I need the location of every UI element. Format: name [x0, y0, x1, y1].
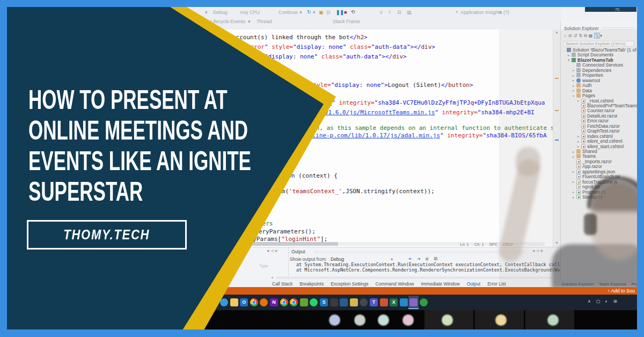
chrome-profile-2-icon	[280, 298, 288, 306]
clear-all-icon[interactable]: ⇤	[409, 256, 413, 261]
stack-frame-dropdown[interactable]: Stack Frame	[333, 19, 360, 24]
output-pane-title: Output	[291, 249, 305, 254]
taskbar-item-teams[interactable]: T	[369, 296, 379, 309]
continue-button[interactable]: Continue	[279, 10, 298, 15]
toolbar-icon[interactable]: ⊡	[397, 10, 401, 15]
taskbar-item-file-explorer[interactable]	[229, 296, 239, 309]
notebook-app-icon	[330, 298, 338, 306]
platform-dropdown[interactable]: Any CPU	[240, 10, 260, 15]
lines-icon[interactable]: ≣	[425, 256, 429, 261]
participant-avatar[interactable]	[547, 314, 559, 326]
taskbar-item-yellow-app[interactable]	[349, 296, 359, 309]
chevron-down-icon[interactable]: ▾	[499, 10, 502, 15]
taskbar-item-visual-studio[interactable]	[408, 296, 419, 309]
pause-icon[interactable]: ❚❚	[336, 10, 344, 15]
title-line: HOW TO PRESENT AT	[28, 85, 251, 115]
add-to-source-control-button[interactable]: Add to Sou	[611, 288, 635, 294]
tab-breakpoints[interactable]: Breakpoints	[299, 281, 324, 287]
android-green-app-icon	[300, 298, 308, 306]
office-icon	[380, 298, 388, 306]
output-source-dropdown[interactable]: Debug	[331, 257, 344, 262]
taskbar-item-blue-folder-app[interactable]	[339, 296, 349, 309]
chevron-down-icon[interactable]: ▾	[299, 10, 302, 15]
snagit-icon	[420, 298, 428, 306]
system-tray-icon[interactable]: ◖	[605, 299, 608, 304]
teams-icon: T	[370, 298, 378, 306]
taskbar-item-onenote[interactable]: N	[269, 296, 279, 309]
lifecycle-events-dropdown[interactable]: Lifecycle Events	[210, 19, 245, 24]
whatsapp-icon	[310, 298, 318, 306]
skype-icon: S	[320, 298, 328, 306]
visual-studio-icon	[409, 298, 418, 306]
taskbar-item-excel[interactable]: X	[389, 296, 399, 309]
frame-border	[0, 0, 644, 7]
participant-avatar[interactable]	[442, 314, 453, 326]
chevron-down-icon[interactable]: ▾	[391, 257, 393, 262]
tab-output[interactable]: Output	[467, 281, 481, 287]
wrap-icon[interactable]: ⇥	[416, 256, 420, 261]
toolbar-icon[interactable]: ⫯	[389, 10, 391, 16]
screenshot-icon[interactable]: ⊡	[326, 10, 331, 15]
chevron-down-icon[interactable]: ▾	[248, 19, 251, 24]
taskbar-item-android-green-app[interactable]	[299, 296, 309, 309]
frame-border	[0, 0, 7, 337]
taskbar-item-clock-app[interactable]	[358, 296, 369, 309]
chevron-down-icon[interactable]: ▾	[205, 10, 208, 15]
config-dropdown[interactable]: Debug	[213, 10, 228, 15]
thumbnail-stage: ▾ Debug Any CPU Continue ▾ ↻ ▾ ▣ ⊡ ❚❚ ■ …	[0, 0, 644, 337]
system-tray-icon[interactable]: ∧	[588, 299, 591, 304]
taskbar-item-office[interactable]	[379, 296, 389, 309]
participant-avatar[interactable]	[329, 314, 340, 326]
participant-avatar[interactable]	[495, 314, 507, 326]
chevron-down-icon[interactable]: ▾	[313, 10, 316, 15]
title-line: EVENTS LIKE AN IGNITE	[28, 146, 251, 177]
left-pane-hint: Type	[259, 263, 268, 268]
code-line: account(s) linked through the bot</h2>	[232, 34, 368, 41]
excel-icon: X	[390, 298, 398, 306]
system-tray-icon[interactable]: ▢	[596, 299, 601, 304]
vscode-icon	[400, 298, 408, 306]
tab-command-window[interactable]: Command Window	[376, 281, 414, 287]
application-insights-dropdown[interactable]: Application Insights (?)	[460, 10, 509, 15]
taskbar-item-whatsapp[interactable]	[309, 296, 319, 309]
taskbar-item-outlook[interactable]: O	[239, 296, 249, 309]
application-insights-icon[interactable]: ♀	[455, 9, 459, 14]
participant-avatar[interactable]	[402, 314, 414, 326]
taskbar-item-chrome-profile-3[interactable]	[289, 296, 299, 309]
taskbar-item-chrome[interactable]	[249, 296, 259, 309]
taskbar-item-skype[interactable]: S	[319, 296, 329, 309]
frame-border	[0, 329, 644, 337]
scroll-left-icon[interactable]: ◂	[271, 275, 273, 280]
taskbar-item-chrome-profile-2[interactable]	[279, 296, 289, 309]
tab-immediate-window[interactable]: Immediate Window	[421, 281, 459, 287]
refresh-icon[interactable]: ↻	[307, 9, 311, 14]
participant-avatar[interactable]	[354, 314, 365, 326]
pane-divider	[288, 247, 289, 280]
tab-call-stack[interactable]: Call Stack	[272, 281, 292, 287]
editor-status-item: Ch: 1	[474, 242, 484, 247]
taskbar-item-notebook-app[interactable]	[329, 296, 339, 309]
toolbar-icon[interactable]: ≠	[380, 10, 383, 15]
system-tray-icon[interactable]: ⊞	[613, 299, 617, 304]
participant-avatar[interactable]	[378, 314, 389, 326]
edge-icon	[220, 298, 228, 306]
title-line: ONLINE MEETINGS AND	[28, 115, 251, 146]
upload-arrow-icon: ↑	[608, 288, 610, 294]
page-title: HOW TO PRESENT ATONLINE MEETINGS ANDEVEN…	[28, 85, 347, 207]
taskbar-item-snagit[interactable]	[419, 296, 429, 309]
taskbar-item-vscode[interactable]	[399, 296, 409, 309]
editor-status-item: Ln: 1	[460, 242, 469, 247]
pane-window-icons[interactable]: ▾ ⊣ ✕	[267, 249, 277, 253]
show-output-from-label: Show output from:	[290, 257, 327, 262]
thread-dropdown[interactable]: Thread	[257, 19, 272, 24]
restart-icon[interactable]: ⟲	[351, 9, 355, 14]
snapshot-icon[interactable]: ▣	[319, 10, 324, 15]
stop-icon[interactable]: ■	[344, 10, 347, 15]
vs-debug-toolbar: ▾ Debug Any CPU Continue ▾ ↻ ▾ ▣ ⊡ ❚❚ ■ …	[182, 7, 561, 30]
tab-exception-settings[interactable]: Exception Settings	[331, 281, 368, 287]
toolbar-icon[interactable]: ▤	[407, 10, 412, 15]
onenote-icon: N	[270, 298, 278, 306]
taskbar-item-firefox[interactable]	[259, 296, 269, 309]
clear-icon[interactable]: ⊠	[434, 256, 437, 261]
firefox-icon	[260, 298, 268, 306]
